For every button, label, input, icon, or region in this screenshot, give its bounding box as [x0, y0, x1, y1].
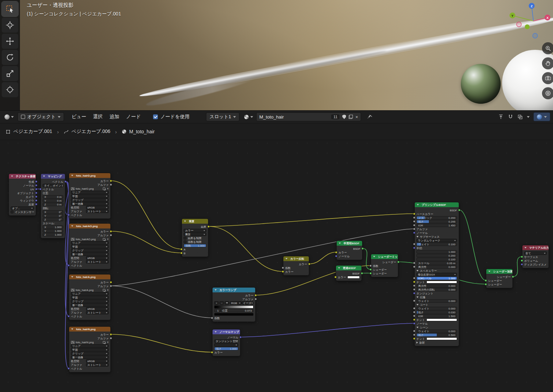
node-row-IORレベル[interactable]: IORレベル1.000	[416, 277, 457, 280]
dropdown[interactable]: ストレート	[86, 260, 109, 264]
input-socket-サーフェス[interactable]	[521, 256, 523, 258]
section-expanded-icon[interactable]	[416, 236, 419, 237]
section-expanded-icon[interactable]	[416, 327, 419, 328]
input-socket-ウェイト[interactable]	[413, 300, 415, 302]
output-socket-シェーダー[interactable]	[512, 276, 514, 278]
node-nmap[interactable]: ノーマルマップノーマルタンジェント空間強さ1.000カラー	[212, 329, 240, 356]
node-row-複合反射GGX[interactable]: 複合反射GGX	[416, 273, 457, 276]
unlink-image-icon[interactable]: ×	[107, 288, 109, 292]
material-users-count[interactable]: 11	[331, 114, 339, 119]
dropdown[interactable]: オブ...	[11, 206, 34, 210]
dropdown[interactable]: ストレート	[86, 210, 109, 213]
collapse-icon[interactable]	[285, 258, 288, 259]
input-socket-アルファ[interactable]	[413, 228, 415, 230]
output-socket-アルファ[interactable]	[110, 285, 112, 287]
value-field[interactable]: 1	[214, 309, 220, 312]
unlink-image-icon[interactable]: ×	[107, 340, 109, 344]
value-field[interactable]: ウェイト0.000	[416, 299, 457, 303]
material-name-field[interactable]: M_toto_hair 11	[256, 112, 361, 121]
copy-material-icon[interactable]	[349, 115, 353, 119]
menu-add[interactable]: 追加	[110, 114, 119, 120]
input-socket-ベクトル[interactable]	[67, 367, 70, 370]
node-row-rampctl[interactable]: +−RGBイーズ	[214, 301, 253, 305]
input-socket-カラー[interactable]	[282, 270, 284, 273]
node-row-タイ... ポイント[interactable]: タイ... ポイント	[43, 184, 63, 187]
section-expanded-icon[interactable]	[416, 304, 419, 305]
value-field[interactable]: Z0°	[43, 218, 63, 221]
node-row-IOR[interactable]: IOR1.500	[416, 314, 457, 318]
node-hairAO[interactable]: foto_hairAO.pngカラーアルファfoto_hairAO.png×リニ…	[69, 223, 111, 269]
dropdown[interactable]: カラー	[184, 229, 206, 232]
collapse-icon[interactable]	[43, 176, 45, 177]
node-row-ウェイト[interactable]: ウェイト0.000	[416, 299, 457, 303]
value-field[interactable]: IOR1.450	[416, 224, 457, 227]
value-field[interactable]: 位置0.073	[220, 309, 253, 312]
dropdown[interactable]: 平面	[71, 194, 109, 198]
color-swatch[interactable]	[347, 276, 360, 279]
menu-view[interactable]: ビュー	[72, 114, 86, 120]
node-row-粗さ[interactable]: 粗さ0.030	[416, 311, 457, 314]
node-row-放射[interactable]: 放射	[416, 341, 457, 344]
input-socket-ウェイト[interactable]	[413, 330, 415, 332]
node-row-foto_hairD.png[interactable]: foto_hairD.png×	[71, 187, 109, 190]
section-collapsed-icon[interactable]	[416, 341, 418, 344]
output-socket-カラー[interactable]	[110, 180, 112, 182]
value-field[interactable]: 異方性0.000	[416, 284, 457, 288]
output-socket-アルファ[interactable]	[254, 298, 257, 300]
dropdown[interactable]: クリップ	[71, 300, 109, 303]
dropdown[interactable]: タイ... ポイント	[43, 184, 63, 187]
value-field[interactable]: 1.000	[416, 250, 457, 254]
dropdown[interactable]: sRGB	[86, 256, 109, 260]
node-row-サブサーフェス[interactable]: サブサーフェス	[416, 235, 457, 238]
node-header[interactable]: シェーダー加算	[486, 269, 512, 274]
dropdown[interactable]: 単一画像	[71, 253, 109, 256]
node-row-色空間[interactable]: 色空間sRGB	[71, 206, 109, 209]
value-field[interactable]: ウェイト0.000	[416, 329, 457, 333]
node-row-オブ...[interactable]: オブ...	[11, 206, 34, 210]
node-row-平面[interactable]: 平面	[71, 194, 109, 198]
output-socket-BSDF[interactable]	[361, 272, 363, 275]
color-swatch[interactable]	[426, 337, 457, 340]
dropdown[interactable]: タンジェント空間	[214, 339, 238, 343]
input-socket-シェーダー[interactable]	[485, 283, 487, 285]
collapse-icon[interactable]	[215, 289, 217, 291]
dropdown[interactable]: クリップ	[71, 198, 109, 202]
node-row-Z[interactable]: Z1.000	[43, 233, 63, 236]
value-field[interactable]: 0.200	[416, 254, 457, 257]
input-socket-B[interactable]	[180, 252, 183, 254]
value-field[interactable]: IOR1.500	[416, 314, 457, 318]
value-field[interactable]: Y0°	[43, 214, 63, 217]
node-row-X[interactable]: X0°	[43, 210, 63, 214]
node-hairN[interactable]: foto_hairN.pngカラーアルファfoto_hairN.png×リニア平…	[69, 326, 111, 372]
collapse-icon[interactable]	[417, 204, 419, 205]
node-header[interactable]: カラー反転	[283, 256, 309, 261]
add-stop-button[interactable]: +	[214, 301, 219, 305]
shading-preview-button[interactable]	[533, 112, 550, 121]
input-socket-係数[interactable]	[282, 267, 284, 269]
node-header[interactable]: テクスチャ座標	[9, 174, 36, 179]
collapse-icon[interactable]	[71, 328, 73, 330]
value-field[interactable]: 粗さ0.500	[416, 333, 457, 337]
input-socket-異方性[interactable]	[413, 284, 415, 287]
collapse-icon[interactable]	[488, 271, 490, 272]
value-field[interactable]: 係数1.000	[184, 244, 206, 247]
node-texcoord[interactable]: テクスチャ座標生成ノーマルUVオブジェクトカメラウィンドウ反射オブ...インスタ…	[9, 173, 36, 216]
node-row-強さ[interactable]: 強さ1.000	[214, 347, 238, 350]
input-socket-シェーダー[interactable]	[369, 272, 372, 275]
node-mix[interactable]: 乗算結果カラー乗算結果を制限係数を制限係数1.000AB	[182, 219, 208, 257]
checkbox[interactable]	[184, 237, 186, 239]
node-row-乗算[interactable]: 乗算	[184, 233, 206, 236]
node-row-sel[interactable]	[214, 343, 238, 347]
node-header[interactable]: foto_hairA.png	[69, 275, 110, 279]
collapse-icon[interactable]	[215, 331, 217, 333]
dropdown[interactable]: 複合反射GGX	[416, 273, 457, 276]
fake-user-icon[interactable]	[342, 115, 346, 119]
ramp-options-button[interactable]	[225, 301, 229, 305]
node-invert[interactable]: カラー反転カラー係数カラー	[283, 256, 309, 276]
menu-select[interactable]: 選択	[93, 114, 103, 120]
node-row-粗さ[interactable]: 粗さ0.295	[416, 220, 457, 223]
node-row-スペキュラー[interactable]: スペキュラー	[416, 269, 457, 272]
copy-image-icon[interactable]	[103, 238, 105, 240]
input-socket-半径:[interactable]	[413, 247, 415, 249]
node-header[interactable]: foto_hairAO.png	[69, 224, 110, 228]
